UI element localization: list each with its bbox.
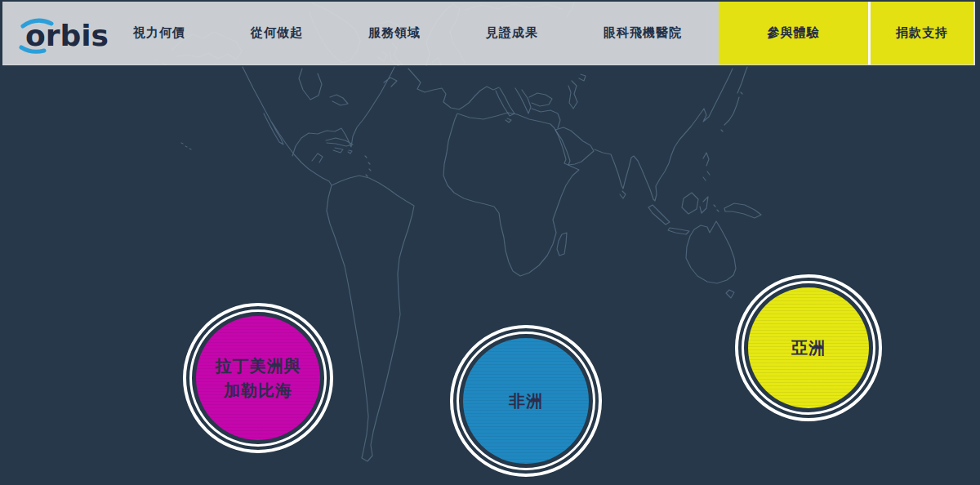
nav-item-where-to-start[interactable]: 從何做起 [251,25,303,41]
map-africa [443,113,579,276]
donate-button[interactable]: 捐款支持 [868,2,973,65]
map-asia [555,67,747,201]
nav-item-vision-value[interactable]: 視力何價 [133,25,185,41]
orbis-logo-icon: orbis [19,13,109,54]
region-ring: 亞洲 [742,281,875,415]
region-fill-latin-america: 拉丁美洲與 加勒比海 [196,316,320,440]
logo-text: orbis [25,19,109,52]
header: orbis 視力何價 從何做起 服務領域 見證成果 眼科飛機醫院 參與體驗 捐款… [2,2,975,65]
participate-button[interactable]: 參與體驗 [719,2,868,65]
main-nav: 視力何價 從何做起 服務領域 見證成果 眼科飛機醫院 [125,2,719,65]
region-fill-africa: 非洲 [463,338,589,464]
nav-item-service-areas[interactable]: 服務領域 [368,25,421,41]
region-label-line1: 拉丁美洲與 [216,354,301,378]
region-ring: 拉丁美洲與 加勒比海 [189,309,327,447]
region-label: 非洲 [509,389,543,413]
logo[interactable]: orbis [2,2,125,65]
region-button-latin-america-caribbean[interactable]: 拉丁美洲與 加勒比海 [183,303,333,453]
nav-item-results[interactable]: 見證成果 [486,25,538,41]
region-label-line2: 加勒比海 [224,378,292,403]
region-ring: 非洲 [457,331,595,470]
region-fill-asia: 亞洲 [748,287,869,408]
map-oceania [648,193,761,298]
region-button-asia[interactable]: 亞洲 [735,274,882,421]
nav-item-flying-eye-hospital[interactable]: 眼科飛機醫院 [604,25,682,41]
region-button-africa[interactable]: 非洲 [450,325,602,477]
region-label: 亞洲 [791,336,826,360]
page-root: { "header": { "logo": { "text": "orbis" … [0,0,980,485]
